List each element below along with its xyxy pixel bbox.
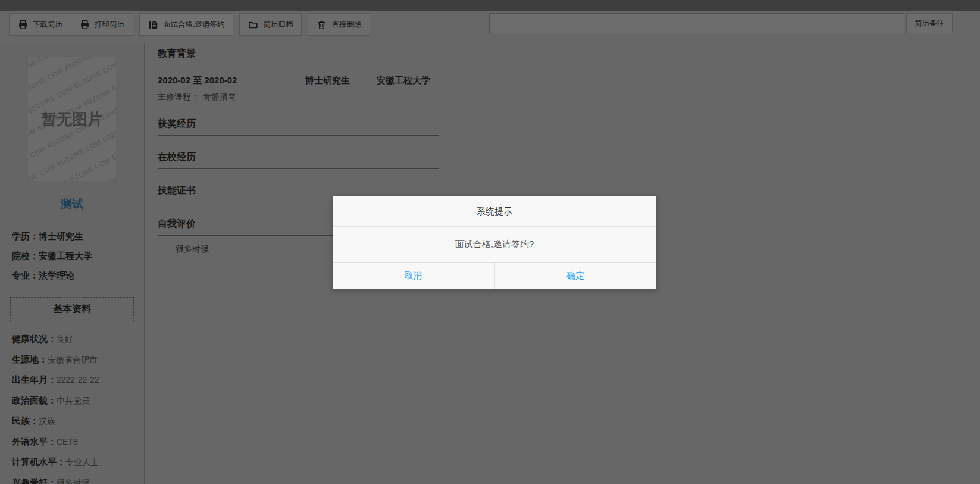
dialog-message: 面试合格,邀请签约?: [333, 227, 656, 263]
system-prompt-dialog: 系统提示 面试合格,邀请签约? 取消 确定: [333, 196, 656, 289]
dialog-title: 系统提示: [333, 196, 656, 227]
dialog-footer: 取消 确定: [333, 263, 656, 289]
confirm-button[interactable]: 确定: [495, 263, 657, 289]
cancel-button[interactable]: 取消: [333, 263, 495, 289]
resume-detail-page: 下载简历 打印简历: [0, 0, 980, 484]
